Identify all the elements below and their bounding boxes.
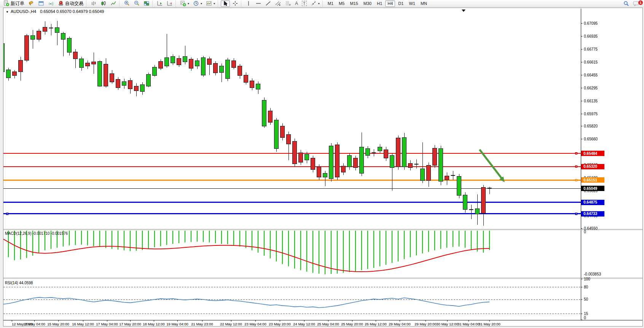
new-order-button[interactable]: 新订单 (2, 0, 26, 7)
strategy-test-button[interactable] (155, 0, 164, 7)
timeframe-d1-button[interactable]: D1 (396, 0, 406, 7)
fibonacci-icon: F (285, 0, 291, 6)
bull-candle (256, 84, 260, 89)
bear-candle (104, 64, 108, 86)
new-order-label: 新订单 (11, 0, 24, 7)
channel-icon: E (275, 0, 281, 6)
separator (119, 1, 121, 6)
bear-candle (287, 134, 291, 144)
rsi-tick-label: 50 (584, 297, 588, 301)
bear-candle (281, 126, 285, 137)
zoom-in-button[interactable] (122, 0, 131, 7)
strategy-stop-button[interactable] (165, 0, 174, 7)
time-tick-label: 15 May 20:00 (47, 322, 69, 326)
template-button[interactable]: ▾ (204, 0, 217, 7)
time-tick-label: 25 May 20:00 (341, 322, 363, 326)
time-tick-label: 15 May 04:00 (23, 322, 45, 326)
time-tick-label: 29 May 04:00 (389, 322, 411, 326)
radio-signal-icon (48, 0, 54, 6)
timeframe-m1-button[interactable]: M1 (325, 0, 336, 7)
auto-trading-button[interactable]: 自动交易 (56, 0, 85, 7)
timeframe-w1-button[interactable]: W1 (406, 0, 418, 7)
bear-candle (244, 75, 248, 83)
trend-arrow-object[interactable] (480, 150, 505, 182)
notifications-button[interactable]: 1 (631, 0, 641, 7)
bull-candle (55, 28, 59, 33)
time-axis[interactable]: 12 May 202315 May 04:0015 May 20:0016 Ma… (3, 320, 642, 326)
macd-min-label: -0.003853 (584, 272, 601, 276)
separator (152, 1, 154, 6)
text-tool-button[interactable]: A (293, 0, 300, 7)
vertical-line-tool-button[interactable] (244, 0, 253, 7)
bull-candle (378, 147, 382, 151)
bear-candle (445, 176, 449, 180)
rsi-line (3, 298, 489, 308)
fibonacci-tool-button[interactable]: F (284, 0, 293, 7)
bear-candle (481, 188, 486, 213)
bull-candle (390, 156, 394, 168)
period-button[interactable]: ▾ (191, 0, 204, 7)
bar-chart-mode-button[interactable] (89, 0, 98, 7)
bull-candle (122, 82, 126, 86)
bull-candle (323, 174, 327, 177)
cursor-tool-button[interactable] (221, 0, 230, 7)
bull-candle (140, 85, 145, 92)
bull-candle (3, 43, 5, 72)
time-tick-label: 23 May 04:00 (244, 322, 266, 326)
chart-symbol-label: AUDUSD-,H4 (11, 9, 36, 14)
macd-zero-label: 0 (584, 230, 586, 234)
horizontal-line-tool-button[interactable] (254, 0, 263, 7)
time-tick-label: 30 May 12:00 (436, 322, 458, 326)
price-tick-label: 0.67095 (584, 21, 598, 25)
time-tick-label: 18 May 12:00 (143, 322, 165, 326)
navigator-button[interactable] (37, 0, 46, 7)
timeframe-m30-button[interactable]: M30 (361, 0, 374, 7)
timeframe-h1-button[interactable]: H1 (375, 0, 384, 7)
timeframe-mn-button[interactable]: MN (418, 0, 429, 7)
horizontal-line-objects[interactable] (3, 152, 581, 215)
bull-candle (80, 59, 84, 68)
price-badge-label: 0.64733 (583, 212, 598, 216)
candle-chart-mode-button[interactable] (99, 0, 108, 7)
chart-window[interactable]: ▼AUDUSD-,H40.65054 0.65070 0.64979 0.650… (3, 8, 643, 326)
bull-candle (262, 100, 266, 126)
auto-trading-label: 自动交易 (65, 0, 83, 7)
bear-candle (207, 59, 212, 65)
tile-windows-button[interactable] (142, 0, 151, 7)
signals-button[interactable] (46, 0, 56, 7)
chart-shift-marker[interactable] (462, 10, 465, 12)
line-chart-mode-button[interactable] (109, 0, 118, 7)
timeframe-h4-button[interactable]: H4 (385, 0, 395, 7)
timeframe-m5-button[interactable]: M5 (336, 0, 347, 7)
bull-candle (439, 148, 443, 181)
bull-candle (61, 33, 65, 40)
trendline-tool-button[interactable] (264, 0, 273, 7)
channel-tool-button[interactable]: E (274, 0, 283, 7)
bear-candle (268, 111, 273, 122)
crosshair-icon (232, 0, 238, 6)
bull-candle (195, 61, 199, 66)
chart-canvas[interactable]: 0.670950.669350.667750.666150.664550.662… (3, 8, 642, 326)
price-badge-label: 0.65320 (583, 164, 598, 169)
arrows-tool-button[interactable]: ▾ (309, 0, 321, 7)
caret-down-icon: ▾ (318, 2, 320, 5)
add-indicator-button[interactable]: ▾ (179, 0, 191, 7)
label-tool-button[interactable]: T (300, 0, 308, 7)
separator (322, 1, 324, 6)
time-tick-label: 16 May 12:00 (72, 322, 94, 326)
time-tick-label: 17 May 20:00 (119, 322, 141, 326)
crosshair-tool-button[interactable] (231, 0, 240, 7)
collapse-triangle-icon[interactable]: ▼ (6, 10, 9, 14)
bull-candle (153, 67, 157, 75)
bear-candle (159, 61, 163, 68)
time-tick-label: 26 May 12:00 (365, 322, 387, 326)
timeframe-m15-button[interactable]: M15 (348, 0, 360, 7)
search-button[interactable] (622, 0, 631, 7)
zoom-out-button[interactable] (132, 0, 141, 7)
bear-candle (37, 31, 41, 39)
market-watch-button[interactable] (27, 0, 36, 7)
bear-candle (427, 165, 431, 180)
bull-candle (98, 61, 102, 86)
bull-candle (360, 147, 364, 174)
bear-candle (433, 148, 437, 165)
